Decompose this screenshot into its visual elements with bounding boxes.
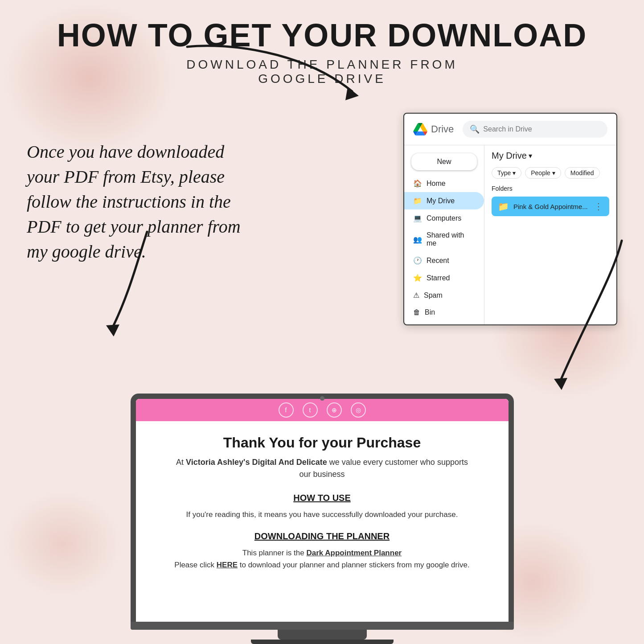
folder-item-icon: 📁 — [498, 201, 509, 212]
downloading-body: This planner is the Dark Appointment Pla… — [172, 547, 473, 571]
laptop: f t ⊕ ◎ Thank You for your Purchase At V… — [131, 394, 514, 644]
sidebar-item-label: Recent — [427, 257, 449, 265]
drive-search-bar[interactable]: 🔍 — [463, 121, 607, 138]
subtitle-start: At — [176, 458, 186, 467]
main-title: HOW TO GET YOUR DOWNLOAD — [27, 18, 617, 53]
instruction-text-block: Once you have downloaded your PDF from E… — [27, 139, 241, 264]
twitter-icon: t — [303, 402, 318, 418]
subtitle: DOWNLOAD THE PLANNER FROM GOOGLE DRIVE — [27, 57, 617, 86]
downloading-heading: DOWNLOADING THE PLANNER — [172, 531, 473, 541]
drive-title: Drive — [431, 123, 454, 135]
people-icon: 👥 — [413, 235, 422, 244]
people-filter-button[interactable]: People ▾ — [525, 167, 561, 179]
drive-header: Drive 🔍 — [404, 114, 616, 145]
body2-end: to download your planner and planner sti… — [238, 561, 470, 569]
sidebar-item-label: Bin — [425, 308, 435, 316]
laptop-base — [131, 622, 514, 630]
planner-link[interactable]: Dark Appointment Planner — [306, 549, 402, 557]
facebook-icon: f — [279, 402, 294, 418]
brand-name: Victoria Ashley's Digital And Delicate — [186, 458, 327, 467]
my-drive-label: My Drive — [492, 151, 527, 161]
sidebar-item-label: My Drive — [427, 197, 455, 205]
drive-body: New 🏠 Home 📁 My Drive 💻 Computers � — [404, 145, 616, 324]
chevron-down-icon[interactable]: ▾ — [529, 152, 532, 160]
sidebar-item-home[interactable]: 🏠 Home — [404, 175, 484, 192]
sidebar-item-label: Shared with me — [427, 231, 475, 247]
folder-icon: 📁 — [413, 197, 422, 205]
modified-filter-button[interactable]: Modified — [565, 167, 600, 179]
sidebar-item-recent[interactable]: 🕐 Recent — [404, 252, 484, 269]
folder-item[interactable]: 📁 Pink & Gold Appointme... ⋮ — [492, 197, 609, 216]
computer-icon: 💻 — [413, 214, 422, 222]
sidebar-item-label: Spam — [424, 291, 443, 299]
my-drive-header: My Drive ▾ — [492, 151, 609, 161]
filter-bar: Type ▾ People ▾ Modified — [492, 167, 609, 179]
brand-subtitle: At Victoria Ashley's Digital And Delicat… — [172, 456, 473, 480]
screen-content: Thank You for your Purchase At Victoria … — [136, 421, 509, 585]
folders-label: Folders — [492, 185, 609, 192]
svg-marker-0 — [345, 87, 359, 100]
sidebar-item-label: Starred — [427, 274, 450, 282]
laptop-screen: f t ⊕ ◎ Thank You for your Purchase At V… — [136, 399, 509, 622]
search-icon: 🔍 — [470, 124, 480, 134]
drive-logo: Drive — [413, 123, 454, 135]
instagram-icon: ◎ — [351, 402, 366, 418]
warning-icon: ⚠ — [413, 291, 419, 299]
more-options-icon[interactable]: ⋮ — [594, 201, 603, 212]
here-link[interactable]: HERE — [217, 561, 238, 569]
home-icon: 🏠 — [413, 179, 422, 188]
type-filter-button[interactable]: Type ▾ — [492, 167, 521, 179]
new-button[interactable]: New — [411, 153, 477, 170]
sidebar-item-shared[interactable]: 👥 Shared with me — [404, 227, 484, 252]
clock-icon: 🕐 — [413, 256, 422, 265]
folder-item-name: Pink & Gold Appointme... — [513, 203, 590, 210]
how-to-use-body: If you're reading this, it means you hav… — [172, 509, 473, 521]
laptop-screen-content: f t ⊕ ◎ Thank You for your Purchase At V… — [136, 399, 509, 622]
sidebar-item-mydrive[interactable]: 📁 My Drive — [404, 192, 484, 209]
sidebar-item-label: Home — [427, 180, 446, 188]
body2-start: This planner is the — [242, 549, 307, 557]
drive-main-area: My Drive ▾ Type ▾ People ▾ Modified Fold… — [484, 145, 616, 324]
thank-you-title: Thank You for your Purchase — [172, 435, 473, 451]
laptop-body: f t ⊕ ◎ Thank You for your Purchase At V… — [131, 394, 514, 622]
laptop-camera — [320, 396, 324, 401]
sidebar-item-computers[interactable]: 💻 Computers — [404, 209, 484, 227]
social-icons-bar: f t ⊕ ◎ — [136, 399, 509, 421]
search-input[interactable] — [483, 125, 600, 133]
google-drive-icon — [413, 123, 427, 135]
sidebar-item-bin[interactable]: 🗑 Bin — [404, 304, 484, 321]
drive-sidebar: New 🏠 Home 📁 My Drive 💻 Computers � — [404, 145, 484, 324]
instruction-text: Once you have downloaded your PDF from E… — [27, 139, 241, 264]
globe-icon: ⊕ — [327, 402, 342, 418]
laptop-foot — [251, 640, 394, 644]
how-to-use-heading: HOW TO USE — [172, 493, 473, 503]
svg-marker-2 — [554, 378, 567, 390]
laptop-stand — [278, 630, 367, 640]
sidebar-item-spam[interactable]: ⚠ Spam — [404, 287, 484, 304]
svg-marker-1 — [106, 324, 119, 336]
sidebar-item-starred[interactable]: ⭐ Starred — [404, 269, 484, 287]
star-icon: ⭐ — [413, 274, 422, 282]
sidebar-item-label: Computers — [427, 214, 461, 222]
trash-icon: 🗑 — [413, 308, 420, 316]
google-drive-popup: Drive 🔍 New 🏠 Home 📁 — [403, 113, 617, 325]
body2-mid: Please click — [174, 561, 216, 569]
